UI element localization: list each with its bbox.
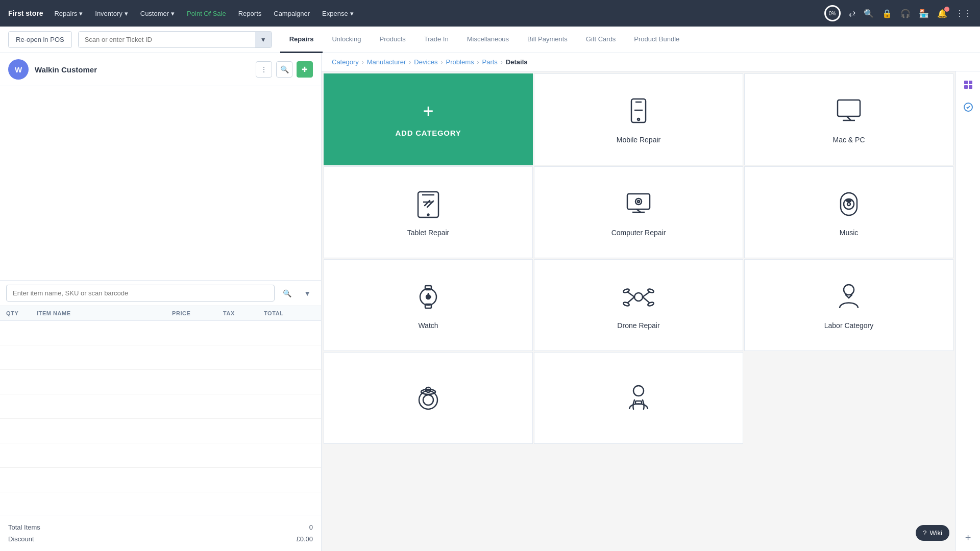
svg-rect-4 <box>838 100 860 116</box>
category-music[interactable]: Music <box>744 166 953 258</box>
store-name[interactable]: First store <box>8 9 43 17</box>
drone-repair-label: Drone Repair <box>617 321 659 330</box>
watch-icon <box>412 281 445 313</box>
order-footer: Total Items 0 Discount £0.00 <box>0 515 321 551</box>
table-row <box>0 321 321 345</box>
mac-pc-icon <box>832 95 865 128</box>
notification-wrapper[interactable]: 🔔 <box>937 9 947 18</box>
category-mac-pc[interactable]: Mac & PC <box>744 73 953 165</box>
customer-row: W Walkin Customer ⋮ 🔍 ✚ <box>0 53 321 86</box>
breadcrumb-category[interactable]: Category <box>332 58 359 66</box>
svg-line-29 <box>627 292 634 297</box>
category-watch[interactable]: Watch <box>324 259 533 351</box>
tab-trade-in[interactable]: Trade In <box>415 27 458 53</box>
music-icon <box>832 188 865 220</box>
table-row <box>0 419 321 443</box>
svg-point-8 <box>428 214 429 216</box>
col-price: PRICE <box>172 310 223 316</box>
tab-products[interactable]: Products <box>370 27 414 53</box>
wiki-button[interactable]: ? Wiki <box>916 525 949 541</box>
breadcrumb-sep-4: › <box>477 59 479 66</box>
svg-rect-43 <box>635 401 642 404</box>
category-support[interactable] <box>534 352 743 444</box>
svg-line-35 <box>643 297 650 303</box>
svg-point-42 <box>633 386 644 396</box>
lock-icon[interactable]: 🔒 <box>882 9 892 18</box>
customer-empty-area <box>0 86 321 281</box>
breadcrumb-parts[interactable]: Parts <box>482 58 498 66</box>
ticket-dropdown-button[interactable]: ▼ <box>255 32 272 47</box>
col-total: TOTAL <box>264 310 315 316</box>
category-labor[interactable]: Labor Category <box>744 259 953 351</box>
discount-value: £0.00 <box>296 535 313 543</box>
category-jewelry[interactable] <box>324 352 533 444</box>
nav-pos[interactable]: Point Of Sale <box>182 7 231 20</box>
jewelry-icon <box>412 382 445 414</box>
labor-label: Labor Category <box>824 321 874 330</box>
nav-inventory[interactable]: Inventory ▾ <box>90 7 133 20</box>
add-category-card[interactable]: + ADD CATEGORY <box>324 73 533 165</box>
sidebar-add-button[interactable]: + <box>959 529 977 547</box>
customer-avatar: W <box>8 59 29 80</box>
tab-repairs[interactable]: Repairs <box>280 27 323 53</box>
category-computer-repair[interactable]: Computer Repair <box>534 166 743 258</box>
breadcrumb-details[interactable]: Details <box>506 58 528 66</box>
reopen-pos-button[interactable]: Re-open in POS <box>8 31 72 48</box>
breadcrumb-sep-1: › <box>362 59 364 66</box>
table-row <box>0 443 321 468</box>
category-tablet-repair[interactable]: Tablet Repair <box>324 166 533 258</box>
svg-point-15 <box>638 201 640 203</box>
svg-rect-21 <box>847 200 851 202</box>
breadcrumb-devices[interactable]: Devices <box>414 58 437 66</box>
nav-customer[interactable]: Customer ▾ <box>135 7 180 20</box>
sidebar-app-icon-2[interactable] <box>959 98 977 116</box>
tab-unlocking[interactable]: Unlocking <box>323 27 370 53</box>
item-search-input[interactable] <box>6 285 275 302</box>
table-row <box>0 370 321 394</box>
table-row <box>0 394 321 419</box>
table-header: QTY ITEM NAME PRICE TAX TOTAL <box>0 306 321 321</box>
item-search-icon[interactable]: 🔍 <box>279 285 296 302</box>
svg-rect-45 <box>969 81 972 84</box>
customer-more-button[interactable]: ⋮ <box>256 61 272 78</box>
nav-reports[interactable]: Reports <box>233 7 267 20</box>
wiki-icon: ? <box>923 529 926 537</box>
table-row <box>0 468 321 492</box>
discount-row: Discount £0.00 <box>8 533 313 545</box>
nav-repairs[interactable]: Repairs ▾ <box>49 7 88 20</box>
computer-repair-icon <box>622 188 655 220</box>
drone-repair-icon <box>622 281 655 313</box>
search-icon[interactable]: 🔍 <box>864 9 874 18</box>
sidebar-app-icon-1[interactable] <box>959 76 977 94</box>
top-navigation: First store Repairs ▾ Inventory ▾ Custom… <box>0 0 980 27</box>
total-items-label: Total Items <box>8 523 40 531</box>
nav-campaigner[interactable]: Campaigner <box>268 7 315 20</box>
category-mobile-repair[interactable]: Mobile Repair <box>534 73 743 165</box>
grid-icon[interactable]: ⋮⋮ <box>955 9 972 18</box>
tablet-repair-label: Tablet Repair <box>407 229 450 237</box>
ticket-input-wrapper: ▼ <box>78 31 272 48</box>
svg-rect-44 <box>964 81 968 84</box>
ticket-input[interactable] <box>79 32 255 47</box>
tab-gift-cards[interactable]: Gift Cards <box>577 27 625 53</box>
music-label: Music <box>840 229 859 237</box>
store-icon[interactable]: 🏪 <box>919 9 929 18</box>
tab-product-bundle[interactable]: Product Bundle <box>625 27 689 53</box>
customer-add-button[interactable]: ✚ <box>297 61 313 78</box>
breadcrumb-manufacturer[interactable]: Manufacturer <box>367 58 406 66</box>
breadcrumb-sep-5: › <box>501 59 503 66</box>
notification-badge <box>944 7 949 12</box>
category-drone-repair[interactable]: Drone Repair <box>534 259 743 351</box>
headset-icon[interactable]: 🎧 <box>900 9 911 18</box>
add-category-label: ADD CATEGORY <box>396 129 461 137</box>
item-filter-button[interactable]: ▼ <box>300 285 315 302</box>
transfer-icon[interactable]: ⇄ <box>849 9 855 18</box>
tab-navigation: Repairs Unlocking Products Trade In Misc… <box>280 27 689 53</box>
customer-search-button[interactable]: 🔍 <box>276 61 292 78</box>
nav-right-icons: 0% ⇄ 🔍 🔒 🎧 🏪 🔔 ⋮⋮ <box>824 5 972 21</box>
add-plus-icon: + <box>423 102 433 120</box>
breadcrumb-problems[interactable]: Problems <box>446 58 474 66</box>
tab-miscellaneous[interactable]: Miscellaneous <box>458 27 518 53</box>
tab-bill-payments[interactable]: Bill Payments <box>518 27 577 53</box>
nav-expense[interactable]: Expense ▾ <box>317 7 359 20</box>
